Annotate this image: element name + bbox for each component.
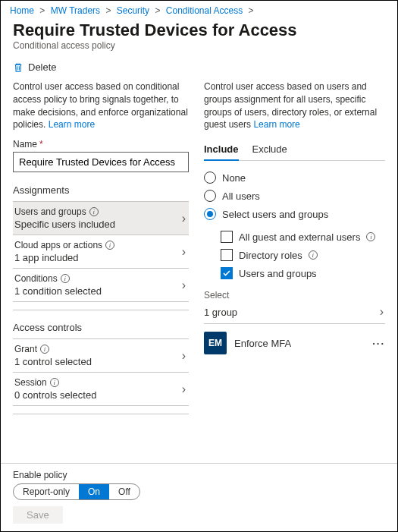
toggle-off[interactable]: Off (109, 484, 139, 499)
divider (13, 301, 189, 310)
footer: Enable policy Report-only On Off Save (1, 463, 397, 531)
users-groups-label: Users and groups (14, 206, 86, 217)
info-icon[interactable]: i (366, 232, 375, 241)
session-label: Session (14, 377, 47, 388)
chevron-right-icon: › (380, 305, 384, 319)
select-value: 1 group (204, 307, 237, 318)
radio-icon (204, 190, 216, 202)
access-grant[interactable]: Granti 1 control selected › (13, 338, 189, 373)
name-label: Name * (13, 139, 189, 150)
users-groups-value: Specific users included (14, 219, 115, 230)
info-icon[interactable]: i (105, 241, 114, 250)
cloud-apps-label: Cloud apps or actions (14, 240, 102, 250)
checkbox-icon (221, 249, 233, 261)
radio-icon (204, 172, 216, 184)
checkbox-guest-users[interactable]: All guest and external users i (221, 228, 385, 246)
more-actions-icon[interactable]: ··· (372, 338, 385, 349)
assignment-users-groups[interactable]: Users and groupsi Specific users include… (13, 201, 189, 235)
right-description: Control user access based on users and g… (204, 80, 385, 131)
users-groups-check-label: Users and groups (239, 268, 317, 279)
selected-group-row[interactable]: EM Enforce MFA ··· (204, 324, 385, 362)
radio-icon (204, 208, 216, 220)
group-avatar: EM (204, 332, 227, 354)
learn-more-link[interactable]: Learn more (49, 119, 95, 130)
chevron-right-icon: › (182, 279, 186, 292)
breadcrumb: Home > MW Traders > Security > Condition… (1, 1, 397, 17)
divider (13, 405, 189, 414)
assignments-header: Assignments (13, 184, 189, 198)
breadcrumb-item-ca[interactable]: Conditional Access (166, 5, 243, 16)
radio-select-label: Select users and groups (222, 209, 328, 220)
learn-more-link[interactable]: Learn more (253, 119, 299, 130)
name-label-text: Name (13, 139, 37, 150)
info-icon[interactable]: i (309, 250, 318, 260)
name-input[interactable] (13, 152, 189, 172)
chevron-right-icon: › (182, 382, 186, 396)
radio-all-users[interactable]: All users (204, 187, 385, 205)
radio-all-label: All users (222, 190, 260, 202)
delete-label: Delete (28, 61, 57, 73)
breadcrumb-sep: > (105, 5, 111, 16)
enable-policy-label: Enable policy (13, 470, 385, 480)
directory-roles-label: Directory roles (239, 250, 302, 261)
access-session[interactable]: Sessioni 0 controls selected › (13, 372, 189, 406)
required-asterisk: * (39, 139, 43, 150)
chevron-right-icon: › (182, 245, 186, 259)
radio-select-users-groups[interactable]: Select users and groups (204, 205, 385, 223)
chevron-right-icon: › (182, 349, 186, 363)
include-exclude-tabs: Include Exclude (204, 139, 385, 161)
page-title: Require Trusted Devices for Access (1, 17, 397, 40)
conditions-value: 1 condition selected (14, 285, 102, 297)
chevron-right-icon: › (182, 212, 186, 225)
delete-button[interactable]: Delete (1, 57, 397, 80)
delete-icon (13, 62, 24, 73)
cloud-apps-value: 1 app included (14, 252, 114, 263)
info-icon[interactable]: i (50, 378, 59, 387)
toggle-report-only[interactable]: Report-only (14, 484, 79, 499)
breadcrumb-sep: > (39, 5, 45, 16)
tab-exclude[interactable]: Exclude (252, 139, 287, 160)
enable-policy-toggle[interactable]: Report-only On Off (13, 483, 140, 500)
assignment-conditions[interactable]: Conditionsi 1 condition selected › (13, 268, 189, 302)
radio-none-label: None (222, 172, 246, 184)
info-icon[interactable]: i (40, 345, 49, 354)
select-groups-row[interactable]: 1 group › (204, 302, 385, 324)
breadcrumb-sep: > (249, 5, 254, 16)
tab-include[interactable]: Include (204, 139, 239, 161)
guest-users-label: All guest and external users (239, 231, 360, 243)
radio-none[interactable]: None (204, 168, 385, 187)
right-panel: Control user access based on users and g… (204, 80, 385, 414)
checkbox-directory-roles[interactable]: Directory roles i (221, 246, 385, 264)
left-desc-text: Control user access based on conditional… (13, 81, 188, 130)
grant-label: Grant (14, 344, 37, 354)
checkbox-icon (221, 231, 233, 243)
breadcrumb-item-home[interactable]: Home (10, 5, 34, 16)
breadcrumb-item-tenant[interactable]: MW Traders (51, 5, 100, 16)
breadcrumb-item-security[interactable]: Security (117, 5, 149, 16)
save-button[interactable]: Save (13, 506, 63, 524)
checkbox-icon (221, 267, 233, 279)
page-subtitle: Conditional access policy (1, 40, 397, 57)
toggle-on[interactable]: On (79, 484, 109, 499)
breadcrumb-sep: > (155, 5, 160, 16)
checkbox-users-groups[interactable]: Users and groups (221, 264, 385, 282)
left-panel: Control user access based on conditional… (13, 80, 189, 414)
select-label: Select (204, 290, 385, 302)
info-icon[interactable]: i (61, 274, 70, 283)
grant-value: 1 control selected (14, 356, 92, 367)
conditions-label: Conditions (14, 273, 58, 284)
assignment-cloud-apps[interactable]: Cloud apps or actionsi 1 app included › (13, 235, 189, 269)
info-icon[interactable]: i (89, 207, 99, 216)
left-description: Control user access based on conditional… (13, 80, 189, 131)
group-name: Enforce MFA (234, 338, 365, 349)
session-value: 0 controls selected (14, 389, 96, 401)
access-controls-header: Access controls (13, 322, 189, 335)
